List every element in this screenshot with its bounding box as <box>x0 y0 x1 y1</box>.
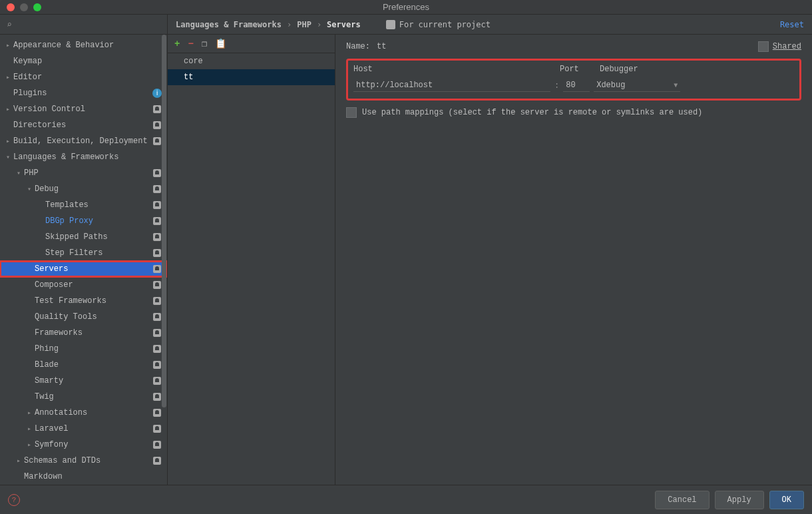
tree-item-label: Markdown <box>24 472 152 481</box>
server-list-item[interactable]: core <box>168 53 335 69</box>
scrollbar-thumb[interactable] <box>162 35 166 407</box>
server-list-item[interactable]: tt <box>168 69 335 85</box>
tree-item[interactable]: ▾PHP <box>0 165 167 181</box>
server-name-input[interactable] <box>377 42 751 51</box>
tree-item[interactable]: ▸Appearance & Behavior <box>0 37 167 53</box>
shared-label[interactable]: Shared <box>773 42 801 51</box>
tree-item[interactable]: ▸Build, Execution, Deployment <box>0 133 167 149</box>
tree-item[interactable]: Markdown <box>0 469 167 485</box>
project-scope-label: For current project <box>399 20 491 29</box>
reset-link[interactable]: Reset <box>780 20 804 29</box>
server-detail-panel: Name: Shared Host Port Debugger <box>335 35 812 485</box>
close-window-button[interactable] <box>7 3 15 11</box>
tree-item-label: Schemas and DTDs <box>24 456 152 465</box>
path-mappings-checkbox[interactable] <box>346 107 357 118</box>
tree-item[interactable]: ▸Schemas and DTDs <box>0 453 167 469</box>
chevron-icon: ▸ <box>13 457 24 465</box>
paste-server-icon[interactable]: 📋 <box>215 38 226 49</box>
add-server-icon[interactable]: + <box>174 39 180 49</box>
ok-button[interactable]: OK <box>769 491 804 509</box>
tree-item[interactable]: Blade <box>0 357 167 373</box>
tree-item-label: Languages & Frameworks <box>13 152 152 162</box>
minimize-window-button[interactable] <box>20 3 28 11</box>
tree-item-label: Frameworks <box>35 328 152 338</box>
disk-icon <box>386 20 395 29</box>
tree-item[interactable]: Smarty <box>0 373 167 389</box>
server-list-panel: + − ❐ 📋 corett <box>168 35 335 485</box>
tree-item-label: Templates <box>45 200 152 210</box>
tree-item[interactable]: ▾Debug <box>0 181 167 197</box>
chevron-icon: ▸ <box>3 105 13 113</box>
breadcrumb-item[interactable]: Languages & Frameworks <box>176 20 282 29</box>
tree-item-label: Laravel <box>35 424 152 433</box>
window-title: Preferences <box>383 2 429 12</box>
tree-item-label: Step Filters <box>45 248 152 258</box>
tree-item[interactable]: Quality Tools <box>0 309 167 325</box>
tree-item-label: DBGp Proxy <box>45 216 152 226</box>
debugger-value: Xdebug <box>596 81 625 90</box>
tree-item-label: Editor <box>13 73 152 82</box>
maximize-window-button[interactable] <box>33 3 41 11</box>
tree-item-label: Quality Tools <box>35 312 152 322</box>
chevron-icon: ▸ <box>3 73 13 81</box>
host-input[interactable] <box>353 79 550 92</box>
tree-item[interactable]: Keymap <box>0 53 167 69</box>
tree-item-label: Phing <box>35 344 152 354</box>
tree-item[interactable]: Pluginsi <box>0 85 167 101</box>
tree-item[interactable]: Directories <box>0 117 167 133</box>
debugger-select[interactable]: Xdebug ▼ <box>594 79 680 92</box>
tree-item[interactable]: Frameworks <box>0 325 167 341</box>
chevron-icon: ▸ <box>24 441 35 449</box>
settings-sidebar: ⌕ ▸Appearance & BehaviorKeymap▸EditorPlu… <box>0 15 168 485</box>
settings-tree[interactable]: ▸Appearance & BehaviorKeymap▸EditorPlugi… <box>0 35 167 485</box>
tree-item-label: Skipped Paths <box>45 232 152 242</box>
tree-item[interactable]: ▸Annotations <box>0 405 167 421</box>
tree-item[interactable]: ▸Version Control <box>0 101 167 117</box>
host-label: Host <box>353 65 560 74</box>
dialog-footer: ? Cancel Apply OK <box>0 485 812 514</box>
tree-item[interactable]: Composer <box>0 277 167 293</box>
tree-item-label: Debug <box>35 184 152 194</box>
sidebar-scrollbar[interactable] <box>160 35 167 485</box>
tree-item-label: Plugins <box>13 89 152 98</box>
tree-item[interactable]: Step Filters <box>0 245 167 261</box>
tree-item[interactable]: Skipped Paths <box>0 229 167 245</box>
tree-item-label: Smarty <box>35 376 152 386</box>
tree-item[interactable]: Test Frameworks <box>0 293 167 309</box>
chevron-icon: ▾ <box>24 185 35 193</box>
tree-item-label: Test Frameworks <box>35 296 152 306</box>
help-icon[interactable]: ? <box>8 494 20 506</box>
tree-item[interactable]: ▸Editor <box>0 69 167 85</box>
tree-item-label: Blade <box>35 360 152 370</box>
port-label: Port <box>560 65 600 74</box>
tree-item-label: Keymap <box>13 57 152 66</box>
tree-item[interactable]: Twig <box>0 389 167 405</box>
server-list[interactable]: corett <box>168 53 335 485</box>
remove-server-icon[interactable]: − <box>188 39 193 49</box>
server-toolbar: + − ❐ 📋 <box>168 35 335 53</box>
chevron-icon: ▾ <box>3 153 13 161</box>
tree-item[interactable]: ▸Symfony <box>0 437 167 453</box>
search-row: ⌕ <box>0 15 167 35</box>
tree-item-label: Appearance & Behavior <box>13 41 152 50</box>
tree-item-label: Twig <box>35 392 152 401</box>
path-mappings-label[interactable]: Use path mappings (select if the server … <box>362 108 702 117</box>
breadcrumb-separator: › <box>317 20 321 29</box>
tree-item-label: Build, Execution, Deployment <box>13 136 152 146</box>
tree-item[interactable]: ▸Laravel <box>0 421 167 437</box>
cancel-button[interactable]: Cancel <box>655 491 709 509</box>
tree-item[interactable]: ▾Languages & Frameworks <box>0 149 167 165</box>
tree-item[interactable]: Servers <box>0 261 167 277</box>
chevron-icon: ▸ <box>3 41 13 49</box>
search-icon[interactable]: ⌕ <box>7 19 12 30</box>
tree-item-label: Composer <box>35 280 152 290</box>
apply-button[interactable]: Apply <box>715 491 764 509</box>
shared-checkbox[interactable] <box>758 41 769 52</box>
tree-item[interactable]: Phing <box>0 341 167 357</box>
tree-item[interactable]: DBGp Proxy <box>0 213 167 229</box>
port-input[interactable] <box>563 79 590 92</box>
breadcrumb-item[interactable]: PHP <box>297 20 311 29</box>
tree-item[interactable]: Templates <box>0 197 167 213</box>
chevron-icon: ▾ <box>13 169 24 177</box>
copy-server-icon[interactable]: ❐ <box>202 38 207 49</box>
